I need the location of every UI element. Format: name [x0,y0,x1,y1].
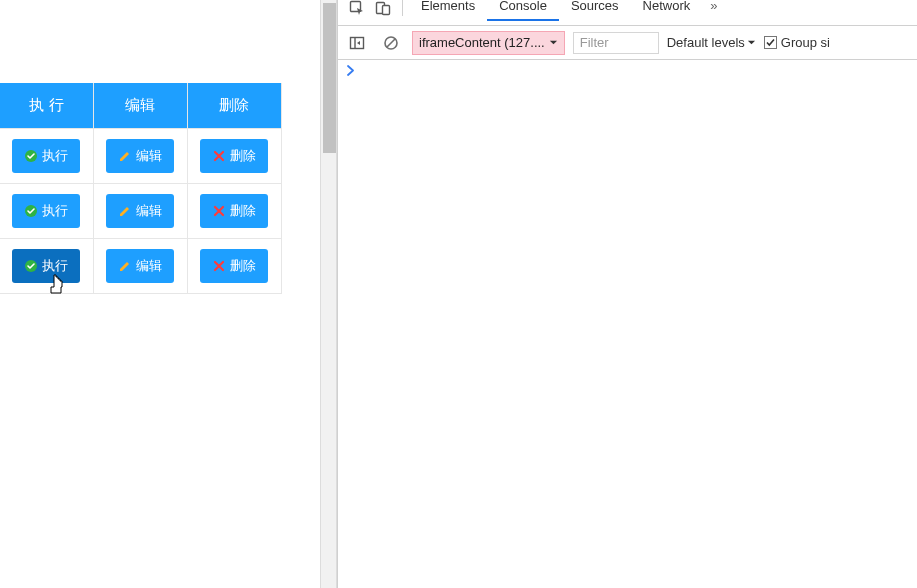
edit-label: 编辑 [136,257,162,275]
group-similar-checkbox[interactable]: Group si [764,35,830,50]
console-prompt-icon [346,64,355,79]
tab-elements[interactable]: Elements [409,0,487,19]
x-icon [212,204,226,218]
console-output[interactable] [338,60,917,83]
delete-button[interactable]: 删除 [200,249,268,283]
edit-button[interactable]: 编辑 [106,249,174,283]
table-row: 执行 编辑 删除 [0,239,282,294]
execute-label: 执行 [42,202,68,220]
execute-button[interactable]: 执行 [12,249,80,283]
device-toolbar-icon[interactable] [370,0,396,20]
x-icon [212,149,226,163]
check-circle-icon [24,149,38,163]
console-toolbar: iframeContent (127.... Filter Default le… [338,26,917,60]
inspect-element-icon[interactable] [344,0,370,20]
x-icon [212,259,226,273]
execution-context-selector[interactable]: iframeContent (127.... [412,31,565,55]
devtools-tabbar: Elements Console Sources Network » [338,0,917,26]
context-label: iframeContent (127.... [419,35,545,50]
log-levels-selector[interactable]: Default levels [667,35,756,50]
pencil-icon [118,259,132,273]
group-label: Group si [781,35,830,50]
delete-label: 删除 [230,147,256,165]
col-header-delete: 删除 [187,83,281,129]
delete-label: 删除 [230,202,256,220]
delete-label: 删除 [230,257,256,275]
execute-label: 执行 [42,147,68,165]
console-filter-input[interactable]: Filter [573,32,659,54]
table-row: 执行 编辑 删除 [0,184,282,239]
console-sidebar-toggle-icon[interactable] [344,31,370,55]
pencil-icon [118,149,132,163]
chevron-down-icon [549,38,558,47]
delete-button[interactable]: 删除 [200,139,268,173]
pencil-icon [118,204,132,218]
tabs-overflow-icon[interactable]: » [702,0,725,15]
checkbox-icon [764,36,777,49]
clear-console-icon[interactable] [378,31,404,55]
svg-line-9 [387,39,395,47]
delete-button[interactable]: 删除 [200,194,268,228]
col-header-execute: 执 行 [0,83,93,129]
check-circle-icon [24,204,38,218]
edit-label: 编辑 [136,147,162,165]
divider [402,0,403,16]
execute-button[interactable]: 执行 [12,194,80,228]
edit-button[interactable]: 编辑 [106,139,174,173]
check-circle-icon [24,259,38,273]
execute-label: 执行 [42,257,68,275]
tab-console[interactable]: Console [487,0,559,21]
execute-button[interactable]: 执行 [12,139,80,173]
action-table: 执 行 编辑 删除 执行 [0,83,282,294]
table-row: 执行 编辑 删除 [0,129,282,184]
page-content: 执 行 编辑 删除 执行 [0,0,320,588]
chevron-down-icon [747,38,756,47]
filter-placeholder: Filter [580,35,609,50]
tab-sources[interactable]: Sources [559,0,631,19]
col-header-edit: 编辑 [93,83,187,129]
tab-network[interactable]: Network [631,0,703,19]
svg-rect-5 [383,6,390,15]
devtools-panel: Elements Console Sources Network » ifram… [337,0,917,588]
scrollbar-thumb[interactable] [323,3,336,153]
vertical-scrollbar[interactable] [320,0,337,588]
levels-label: Default levels [667,35,745,50]
edit-label: 编辑 [136,202,162,220]
edit-button[interactable]: 编辑 [106,194,174,228]
